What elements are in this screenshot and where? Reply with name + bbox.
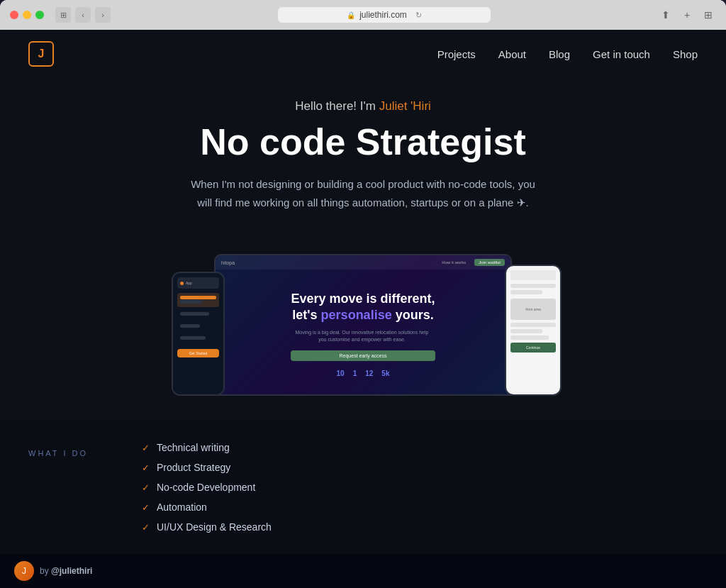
check-icon-2: ✓ <box>142 462 150 473</box>
phone-menu-item-2 <box>177 309 219 319</box>
sidebar-toggle-button[interactable]: ⊞ <box>55 7 71 23</box>
phone-top-bar: App <box>177 277 219 289</box>
laptop-nav-link: How it works <box>442 260 466 265</box>
laptop-stat-2: 1 <box>353 370 357 377</box>
nav-shop[interactable]: Shop <box>673 48 698 60</box>
nav-links: Projects About Blog Get in touch Shop <box>437 48 698 60</box>
laptop-mockup: hitopa How it works Join waitlist Every … <box>214 254 512 396</box>
phone-logo-dot <box>180 282 184 285</box>
phone-cta-button: Get Started <box>177 349 219 357</box>
phone-right-row-4 <box>510 329 542 333</box>
laptop-cta-button: Request early access <box>291 350 435 361</box>
what-i-do-label: WHAT I DO <box>28 449 99 457</box>
skill-item-5: ✓ UI/UX Design & Research <box>142 521 272 533</box>
phone-right-row-1 <box>510 284 556 288</box>
maximize-button[interactable] <box>35 11 44 19</box>
laptop-nav-logo: hitopa <box>221 260 235 265</box>
phone-right-row-5 <box>510 335 549 340</box>
website: J Projects About Blog Get in touch Shop … <box>0 30 726 588</box>
phone-left-mockup: App Get Start <box>172 272 225 396</box>
address-bar-container: 🔒 juliethiri.com ↻ <box>116 7 652 23</box>
phone-right-screen: form area Continue <box>506 266 560 394</box>
phone-right-section-text: form area <box>525 307 540 311</box>
laptop-headline-text: Every move is different, let's personali… <box>291 291 435 324</box>
address-bar[interactable]: 🔒 juliethiri.com ↻ <box>278 7 491 23</box>
phone-left-screen: App Get Start <box>173 273 223 394</box>
hero-description: When I'm not designing or building a coo… <box>186 175 540 211</box>
laptop-stat-num-2: 1 <box>353 370 357 377</box>
phone-cta-text: Get Started <box>189 351 208 355</box>
phone-bar-3 <box>180 312 209 316</box>
phone-bar-4 <box>180 324 200 328</box>
skill-item-1: ✓ Technical writing <box>142 442 272 453</box>
what-i-do-section: WHAT I DO ✓ Technical writing ✓ Product … <box>0 421 726 554</box>
laptop-stat-1: 10 <box>337 370 345 377</box>
phone-right-rows-group <box>510 323 556 340</box>
phone-menu-item-4 <box>177 333 219 343</box>
skill-item-4: ✓ Automation <box>142 501 272 513</box>
check-icon-4: ✓ <box>142 502 150 513</box>
browser-titlebar: ⊞ ‹ › 🔒 juliethiri.com ↻ ⬆ + ⊞ <box>0 0 726 30</box>
laptop-stat-num-1: 10 <box>337 370 345 377</box>
laptop-stats: 10 1 12 5k <box>337 370 390 377</box>
nav-blog[interactable]: Blog <box>549 48 570 60</box>
url-text: juliethiri.com <box>359 10 407 20</box>
laptop-headline-colored: personalise <box>321 308 392 322</box>
phone-right-row-2 <box>510 290 542 294</box>
bottom-bar-handle: @juliethiri <box>51 566 92 576</box>
logo[interactable]: J <box>28 41 54 67</box>
back-button[interactable]: ‹ <box>75 7 91 23</box>
phone-bar-5 <box>180 336 206 340</box>
avatar: J <box>14 561 34 581</box>
laptop-stat-3: 12 <box>365 370 373 377</box>
nav-about[interactable]: About <box>498 48 526 60</box>
phone-right-mockup: form area Continue <box>505 265 562 396</box>
check-icon-3: ✓ <box>142 482 150 493</box>
nav-contact[interactable]: Get in touch <box>593 48 650 60</box>
laptop-headline: Every move is different, let's personali… <box>291 291 435 361</box>
phone-right-cta-text: Continue <box>526 345 540 350</box>
skills-list: ✓ Technical writing ✓ Product Strategy ✓… <box>142 442 272 533</box>
laptop-stat-4: 5k <box>381 370 389 377</box>
laptop-stat-num-3: 12 <box>365 370 373 377</box>
refresh-icon[interactable]: ↻ <box>415 11 422 20</box>
laptop-subtitle: Moving is a big deal. Our innovative rel… <box>291 329 432 343</box>
share-button[interactable]: ⬆ <box>658 7 674 23</box>
phone-right-header <box>510 270 556 280</box>
bottom-bar: J by @juliethiri <box>0 554 726 588</box>
skill-text-5: UI/UX Design & Research <box>157 521 272 533</box>
phone-right-cta-button: Continue <box>510 343 556 353</box>
phone-right-row-3 <box>510 323 556 327</box>
skill-item-2: ✓ Product Strategy <box>142 462 272 473</box>
hero-name: Juliet 'Hiri <box>379 99 431 113</box>
phone-menu-item-1 <box>177 293 219 307</box>
forward-button[interactable]: › <box>95 7 111 23</box>
close-button[interactable] <box>10 11 18 19</box>
new-tab-button[interactable]: + <box>679 7 695 23</box>
hero-title: No code Strategist <box>200 122 525 162</box>
tabs-button[interactable]: ⊞ <box>700 7 716 23</box>
hero-greeting: Hello there! I'm Juliet 'Hiri <box>295 99 431 113</box>
skill-text-4: Automation <box>157 501 207 513</box>
skill-text-1: Technical writing <box>157 442 230 453</box>
check-icon-5: ✓ <box>142 522 150 533</box>
nav: J Projects About Blog Get in touch Shop <box>0 30 726 78</box>
skill-text-3: No-code Development <box>157 482 255 493</box>
laptop-stat-num-4: 5k <box>381 370 389 377</box>
skill-text-2: Product Strategy <box>157 462 230 473</box>
phone-menu-item-3 <box>177 321 219 331</box>
traffic-lights <box>10 11 44 19</box>
lock-icon: 🔒 <box>347 11 355 19</box>
phone-right-section: form area <box>510 299 556 320</box>
bottom-bar-prefix: by @juliethiri <box>40 566 92 576</box>
laptop-nav-bar: hitopa How it works Join waitlist <box>216 255 510 270</box>
laptop-screen: hitopa How it works Join waitlist Every … <box>216 255 510 394</box>
hero-section: Hello there! I'm Juliet 'Hiri No code St… <box>0 78 726 421</box>
minimize-button[interactable] <box>23 11 31 19</box>
check-icon-1: ✓ <box>142 443 150 453</box>
laptop-nav-cta: Join waitlist <box>474 259 505 266</box>
browser-controls: ⊞ ‹ › <box>55 7 111 23</box>
phone-app-name: App <box>186 281 192 285</box>
hero-mockup: App Get Start <box>150 233 576 396</box>
nav-projects[interactable]: Projects <box>437 48 476 60</box>
